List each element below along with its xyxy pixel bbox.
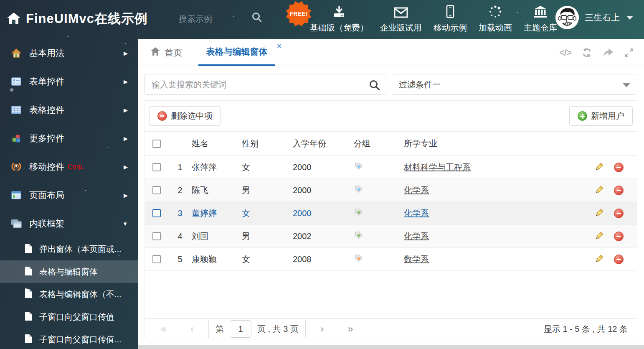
nav-item-basic-edition[interactable]: 基础版（免费） [310, 5, 368, 33]
free-badge: FREE! [285, 0, 312, 27]
table-row: 2 陈飞 男 2000 化学系 [145, 179, 637, 202]
sidebar-subitem-child-to-parent-2[interactable]: 子窗口向父窗口传值... [0, 328, 138, 349]
edit-pencil-icon[interactable] [594, 254, 604, 264]
chevron-right-icon: ▶ [124, 135, 128, 142]
row-checkbox[interactable] [152, 232, 161, 240]
chevron-right-icon: ▶ [124, 107, 128, 113]
sidebar-item-inline-frames[interactable]: 内联框架 ▼ [0, 209, 138, 238]
header-search-icon[interactable] [251, 12, 262, 24]
edit-pencil-icon[interactable] [594, 185, 604, 195]
tag-icon [354, 186, 363, 196]
delete-row-icon[interactable] [614, 255, 624, 264]
divider [305, 320, 306, 338]
delete-row-icon[interactable] [614, 163, 624, 172]
page-suffix: 页 , 共 3 页 [257, 324, 299, 335]
tab-close-icon[interactable]: ✕ [276, 42, 282, 50]
home-tab-icon [150, 47, 160, 58]
nav-item-mobile-demo[interactable]: 移动示例 [434, 5, 467, 33]
refresh-icon[interactable] [581, 47, 592, 58]
delete-row-icon[interactable] [614, 186, 624, 195]
nav-item-loading-animation[interactable]: 加载动画 [479, 5, 512, 33]
row-checkbox[interactable] [152, 255, 161, 263]
pagination-prev-icon[interactable]: ‹ [183, 323, 202, 335]
sidebar-subitem-child-to-parent[interactable]: 子窗口向父窗口传值 [0, 306, 138, 328]
chevron-right-icon: ▶ [124, 192, 128, 199]
pagination-next-icon[interactable]: › [312, 323, 332, 335]
page-number-input[interactable] [230, 320, 251, 338]
nav-item-theme-store[interactable]: 主题仓库 [524, 5, 557, 33]
column-header-name[interactable]: 姓名 [192, 132, 242, 156]
filter-dropdown-value: 过滤条件一 [399, 79, 441, 90]
tab-bar: 首页 表格与编辑窗体 ✕ </> [138, 39, 644, 66]
edit-pencil-icon[interactable] [594, 208, 604, 218]
sidebar-subitem-popup-window[interactable]: 弹出窗体（本页面或... [0, 238, 138, 260]
sidebar-item-mobile-controls[interactable]: 移动控件 Corp. ▶ [0, 153, 138, 181]
tag-icon [354, 163, 363, 173]
sidebar: 基本用法 ▶ 表单控件 ▶ 表格控件 ▶ 更多控件 ▶ [0, 39, 138, 349]
major-link[interactable]: 化学系 [404, 209, 429, 218]
sidebar-item-page-layout[interactable]: 页面布局 ▶ [0, 181, 138, 209]
select-all-checkbox[interactable] [152, 140, 161, 148]
column-header-gender[interactable]: 性别 [242, 132, 293, 156]
tag-icon [354, 255, 363, 265]
sidebar-item-more-controls[interactable]: 更多控件 ▶ [0, 124, 138, 153]
sidebar-subitem-grid-edit-window[interactable]: 表格与编辑窗体 [0, 260, 138, 283]
share-arrow-icon[interactable] [602, 48, 614, 58]
username: 三生石上 [585, 12, 620, 23]
major-link[interactable]: 化学系 [404, 186, 429, 195]
row-checkbox[interactable] [152, 209, 161, 217]
view-code-icon[interactable]: </> [559, 47, 571, 58]
sidebar-item-form-controls[interactable]: 表单控件 ▶ [0, 67, 138, 96]
expand-icon[interactable] [624, 48, 634, 58]
spinner-icon [489, 5, 502, 18]
main-content: 首页 表格与编辑窗体 ✕ </> [138, 39, 644, 349]
chevron-right-icon: ▶ [124, 50, 128, 56]
delete-selected-button[interactable]: 删除选中项 [149, 106, 221, 126]
add-user-button[interactable]: 新增用户 [569, 106, 633, 126]
sidebar-subitem-grid-edit-window-2[interactable]: 表格与编辑窗体（不... [0, 283, 138, 306]
major-link[interactable]: 材料科学与工程系 [404, 163, 471, 172]
home-logo-icon[interactable] [7, 12, 21, 27]
pagination-last-icon[interactable]: » [341, 323, 360, 335]
file-icon [24, 244, 33, 255]
app-window: FineUIMvc在线示例 FREE! 基础版（免费） 企业版试用 [0, 0, 644, 349]
table-row: 1 张萍萍 女 2000 材料科学与工程系 [145, 156, 637, 179]
row-checkbox[interactable] [152, 163, 161, 171]
app-title: FineUIMvc在线示例 [26, 10, 148, 28]
tab-grid-edit-window[interactable]: 表格与编辑窗体 [198, 39, 275, 66]
keyword-search-input[interactable] [145, 74, 386, 94]
file-icon [24, 289, 33, 300]
pagination-first-icon[interactable]: « [154, 323, 173, 335]
tab-home[interactable]: 首页 [150, 39, 182, 66]
filter-dropdown[interactable]: 过滤条件一 [392, 74, 637, 95]
download-icon [332, 5, 346, 18]
plus-circle-icon [578, 111, 587, 121]
row-checkbox[interactable] [152, 186, 161, 194]
edit-pencil-icon[interactable] [594, 231, 604, 241]
major-link[interactable]: 化学系 [404, 232, 429, 241]
search-icon[interactable] [369, 79, 380, 92]
grid-toolbar: 删除选中项 新增用户 [145, 101, 637, 131]
major-link[interactable]: 数学系 [404, 255, 429, 264]
column-header-major[interactable]: 所学专业 [404, 132, 578, 156]
column-header-year[interactable]: 入学年份 [293, 132, 354, 156]
tab-toolbar: </> [559, 39, 634, 66]
user-menu[interactable]: 三生石上 [555, 6, 633, 29]
sidebar-item-basic-usage[interactable]: 基本用法 ▶ [0, 39, 138, 67]
mobile-icon [446, 5, 454, 18]
page-prefix: 第 [216, 324, 224, 335]
panel-spacer [145, 271, 637, 318]
edit-pencil-icon[interactable] [594, 162, 604, 172]
column-header-group[interactable]: 分组 [354, 132, 404, 156]
header-nav: 基础版（免费） 企业版试用 移动示例 加载动画 [310, 5, 557, 33]
sidebar-item-grid-controls[interactable]: 表格控件 ▶ [0, 96, 138, 124]
delete-row-icon[interactable] [614, 232, 624, 241]
pagination-summary: 显示 1 - 5 条 , 共 12 条 [544, 324, 628, 335]
dropdown-caret-icon [623, 83, 630, 87]
delete-row-icon[interactable] [614, 209, 624, 218]
corp-badge: Corp. [68, 163, 84, 171]
nav-item-enterprise-trial[interactable]: 企业版试用 [380, 5, 422, 33]
chevron-down-icon: ▼ [122, 221, 128, 227]
header-search-input[interactable] [179, 12, 246, 26]
filter-row: 过滤条件一 [145, 74, 637, 95]
